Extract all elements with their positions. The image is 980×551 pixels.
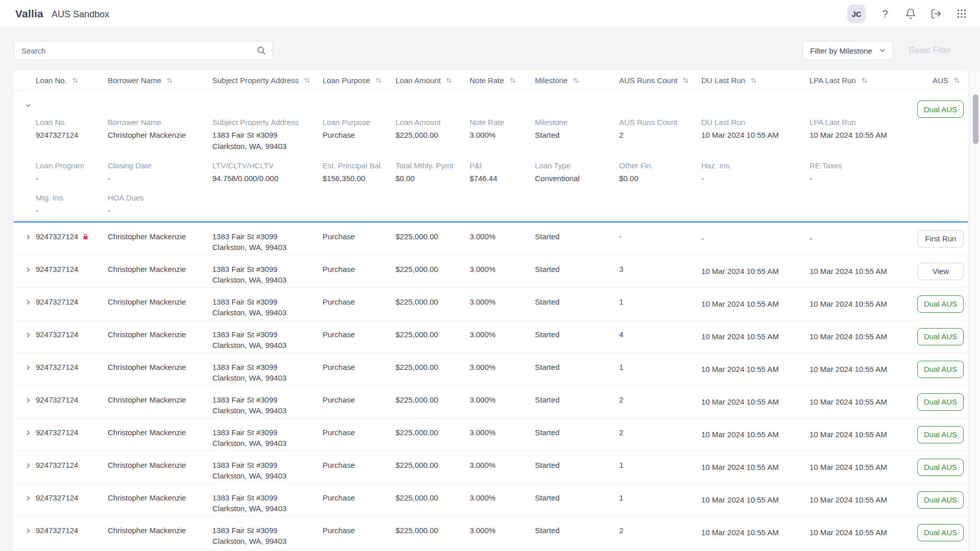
header-aus-runs-count[interactable]: AUS Runs Count — [619, 76, 701, 85]
loan-no-cell: 9247327124 — [36, 525, 78, 536]
loan-table: Loan No. Borrower Name Subject Property … — [14, 71, 968, 551]
milestone-filter-dropdown[interactable]: Filter by Milestone — [802, 41, 893, 60]
field-value: $746.44 — [470, 173, 535, 184]
loan-amount-cell: $225,000.00 — [396, 549, 470, 551]
sort-icon[interactable] — [375, 77, 382, 84]
field-value: Conventional — [535, 173, 619, 184]
expand-chevron-icon[interactable] — [21, 353, 36, 385]
header-loan-no[interactable]: Loan No. — [36, 76, 108, 85]
loan-no-cell: 9247327124 — [36, 231, 78, 242]
expand-chevron-icon[interactable] — [21, 516, 36, 548]
aus-action-button[interactable]: Dual AUS — [917, 426, 964, 443]
expand-chevron-icon[interactable] — [21, 386, 36, 418]
aus-action-button[interactable]: Dual AUS — [917, 524, 964, 541]
field-value: 94.758/0.000/0.000 — [212, 173, 323, 184]
borrower-name-cell: Christopher Mackenzie — [108, 320, 212, 353]
sort-icon[interactable] — [750, 77, 757, 84]
aus-runs-count-cell: 4 — [619, 320, 701, 353]
note-rate-cell: 3.000% — [470, 288, 535, 320]
header-aus[interactable]: AUS — [913, 76, 968, 85]
expand-chevron-icon[interactable] — [21, 255, 36, 287]
milestone-cell: Started — [535, 255, 619, 287]
dual-aus-button[interactable]: Dual AUS — [917, 101, 964, 118]
milestone-cell: Started — [535, 549, 619, 551]
sort-icon[interactable] — [446, 77, 452, 84]
scrollbar-thumb[interactable] — [973, 94, 978, 144]
du-last-run-cell: 10 Mar 2024 10:55 AM — [701, 266, 810, 277]
header-loan-amount[interactable]: Loan Amount — [396, 76, 470, 85]
aus-action-button[interactable]: Dual AUS — [917, 491, 964, 509]
du-last-run-cell: 10 Mar 2024 10:55 AM — [701, 396, 810, 407]
expanded-loan-row: Dual AUS Loan No.9247327124Borrower Name… — [14, 90, 968, 222]
header-property-address[interactable]: Subject Property Address — [212, 76, 323, 85]
aus-action-button[interactable]: Dual AUS — [917, 328, 964, 345]
expand-chevron-icon[interactable] — [21, 222, 36, 255]
detail-cell: RE Taxes- — [810, 161, 913, 184]
loan-no-cell: 9247327124 — [36, 362, 78, 372]
sort-icon[interactable] — [573, 77, 579, 84]
aus-action-button[interactable]: First Run — [918, 230, 964, 247]
lpa-last-run-cell: 10 Mar 2024 10:55 AM — [810, 331, 913, 342]
loan-purpose-cell: Purchase — [323, 255, 396, 287]
detail-cell: Est. Principal Bal.$156,350.00 — [323, 161, 396, 184]
aus-action-button[interactable]: Dual AUS — [917, 361, 964, 378]
borrower-name-cell: Christopher Mackenzie — [108, 288, 212, 320]
borrower-name-cell: Christopher Mackenzie — [108, 386, 212, 418]
expand-chevron-icon[interactable] — [21, 418, 36, 450]
scrollbar-track[interactable] — [971, 71, 980, 551]
sort-icon[interactable] — [953, 77, 960, 84]
loan-amount-cell: $225,000.00 — [396, 255, 470, 287]
lpa-last-run-cell: 10 Mar 2024 10:55 AM — [810, 494, 913, 505]
aus-action-button[interactable]: Dual AUS — [917, 393, 964, 411]
sort-icon[interactable] — [861, 77, 868, 84]
field-value: Christopher Mackenzie — [108, 130, 212, 141]
aus-action-button[interactable]: Dual AUS — [917, 295, 964, 313]
aus-action-button[interactable]: View — [918, 263, 964, 280]
logout-icon[interactable] — [930, 8, 942, 20]
loan-amount-cell: $225,000.00 — [396, 484, 470, 516]
notifications-bell-icon[interactable] — [904, 8, 917, 20]
expand-chevron-icon[interactable] — [21, 484, 36, 516]
milestone-cell: Started — [535, 288, 619, 320]
field-label: Borrower Name — [108, 118, 212, 127]
borrower-name-cell: Christopher Mackenzie — [108, 516, 212, 548]
search-icon[interactable] — [256, 45, 266, 56]
detail-cell: Other Fin.$0.00 — [619, 161, 701, 184]
table-row: 9247327124 Christopher Mackenzie 1383 Fa… — [14, 288, 968, 320]
sort-icon[interactable] — [72, 77, 79, 84]
header-milestone[interactable]: Milestone — [535, 76, 619, 85]
loan-purpose-cell: Purchase — [323, 353, 396, 385]
expand-chevron-icon[interactable] — [21, 549, 36, 551]
detail-cell: LPA Last Run10 Mar 2024 10:55 AM — [810, 118, 913, 152]
property-address-cell: 1383 Fair St #3099Clarkston, WA, 99403 — [212, 255, 323, 287]
field-label: Haz. Ins. — [701, 161, 810, 170]
reset-filter-button[interactable]: Reset Filter — [906, 41, 954, 60]
field-value: Clarkston, WA, 99403 — [212, 141, 323, 152]
table-row: 9247327124 Christopher Mackenzie 1383 Fa… — [14, 255, 968, 288]
user-avatar[interactable]: JC — [847, 5, 866, 23]
sort-icon[interactable] — [509, 77, 516, 84]
aus-runs-count-cell: 2 — [619, 386, 701, 418]
search-input[interactable] — [14, 46, 256, 55]
expand-chevron-icon[interactable] — [21, 451, 36, 483]
header-du-last-run[interactable]: DU Last Run — [701, 76, 810, 85]
collapse-chevron-icon[interactable] — [21, 101, 36, 118]
aus-action-button[interactable]: Dual AUS — [917, 459, 964, 476]
sort-icon[interactable] — [682, 77, 689, 84]
header-borrower-name[interactable]: Borrower Name — [108, 76, 212, 85]
table-row: 9247327124 Christopher Mackenzie 1383 Fa… — [14, 320, 968, 353]
field-value: - — [36, 205, 108, 216]
help-icon[interactable]: ? — [879, 8, 891, 20]
header-loan-purpose[interactable]: Loan Purpose — [323, 76, 396, 85]
table-row: 9247327124 Christopher Mackenzie 1383 Fa… — [14, 516, 968, 549]
detail-cell: Haz. Ins.- — [701, 161, 810, 184]
header-lpa-last-run[interactable]: LPA Last Run — [810, 76, 913, 85]
field-label: Closing Date — [108, 161, 212, 170]
lpa-last-run-cell: 10 Mar 2024 10:55 AM — [810, 266, 913, 277]
header-note-rate[interactable]: Note Rate — [470, 76, 535, 85]
sort-icon[interactable] — [166, 77, 173, 84]
apps-grid-icon[interactable] — [955, 8, 968, 20]
sort-icon[interactable] — [304, 77, 310, 84]
expand-chevron-icon[interactable] — [21, 320, 36, 353]
expand-chevron-icon[interactable] — [21, 288, 36, 320]
